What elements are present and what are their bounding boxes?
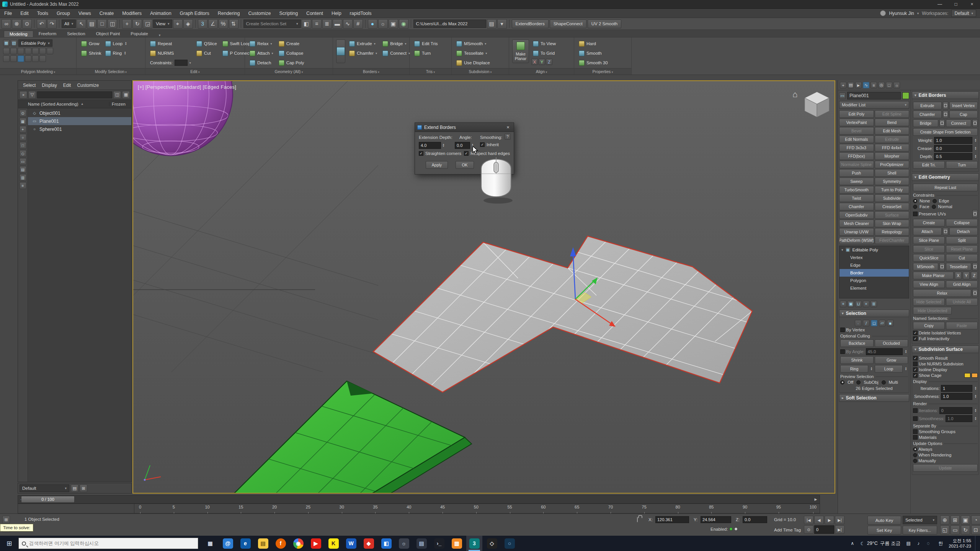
make-unique-icon[interactable]: ⊔ [855, 301, 862, 307]
rectangular-selection-region-icon[interactable]: □ [97, 19, 107, 29]
show-cage-checkbox[interactable] [913, 373, 918, 378]
name-column-header[interactable]: Name (Sorted Ascending)▲ [18, 102, 109, 106]
grid-align-button[interactable]: Grid Align [946, 280, 978, 288]
time-slider-handle[interactable]: 0 / 100 [21, 496, 75, 503]
ribbon-tab[interactable]: Modeling [4, 31, 33, 37]
render-smoothness-checkbox[interactable] [913, 416, 918, 421]
pin-stack-icon[interactable]: ⌖ [840, 301, 846, 307]
display-iterations-field[interactable]: 1 [941, 385, 972, 392]
menu-item[interactable]: Help [327, 11, 346, 16]
signed-in-user[interactable]: Hyunsuk Jin [889, 11, 914, 16]
editable-poly-dropdown[interactable]: Editable Poly▾ [18, 39, 52, 47]
turn-button[interactable]: Turn [946, 161, 978, 169]
scene-explorer-row[interactable]: ▭Plane001 [28, 117, 131, 125]
occluded-culling-button[interactable]: Occluded [875, 339, 908, 347]
polygon-subobject-icon[interactable]: ▱ [879, 320, 885, 326]
x-coordinate-field[interactable] [655, 516, 689, 523]
repeat-last-button[interactable]: Repeat Last [913, 184, 978, 191]
play-button[interactable]: ▶ [825, 516, 834, 524]
menu-item[interactable]: Tools [33, 11, 52, 16]
minimize-button[interactable]: — [932, 0, 948, 8]
enabled-green-dot[interactable] [729, 527, 733, 531]
next-frame-button[interactable]: ▶| [835, 516, 844, 524]
menu-item[interactable]: Create [95, 11, 118, 16]
loop-button[interactable]: Loop [105, 39, 123, 48]
script-button[interactable]: ShapeConnect [550, 20, 586, 28]
ribbon-subobject-icon[interactable] [18, 55, 24, 62]
modifier-button[interactable]: Skin Wrap [875, 220, 910, 227]
modifier-button[interactable]: Push [839, 169, 874, 177]
collapse-button[interactable]: Collapse [277, 49, 306, 57]
remove-modifier-icon[interactable]: × [863, 301, 869, 307]
named-selection-set-field[interactable]: Create Selection Set▾ [243, 20, 301, 28]
menu-item[interactable]: Edit [16, 11, 33, 16]
modifier-button[interactable]: Shell [875, 169, 910, 177]
scene-explorer-tool-icon[interactable]: ⊙ [20, 110, 26, 117]
taskbar-app-edge[interactable]: e [237, 536, 253, 551]
modifier-button[interactable]: Fillet/Chamfer [875, 236, 910, 244]
ribbon-subobject-icon[interactable] [10, 48, 17, 54]
smoothing-groups-checkbox[interactable] [913, 429, 918, 434]
collapse-button[interactable]: Collapse [946, 219, 978, 227]
dialog-help-button[interactable]: ? [505, 134, 511, 140]
modifier-button[interactable]: Retopology [875, 228, 910, 236]
time-slider[interactable]: ◀ 0 / 100 ▶ [18, 495, 820, 504]
spinner-snap-icon[interactable]: ⇅ [229, 19, 238, 29]
explorer-footer-list-icon[interactable]: ▤ [71, 484, 78, 492]
ring-button[interactable]: Ring [105, 49, 122, 57]
stack-subobject-item[interactable]: Element [840, 284, 909, 292]
ring-button[interactable]: Ring [840, 365, 868, 373]
percent-snap-icon[interactable]: % [219, 19, 228, 29]
ribbon-icon[interactable]: ▦ [3, 40, 10, 46]
ribbon-tab[interactable]: Populate [125, 31, 153, 37]
panel-label[interactable]: Borders [333, 68, 409, 75]
modifier-button[interactable]: Turn to Poly [875, 186, 910, 194]
preview-multi-radio[interactable] [882, 380, 886, 385]
extrude-button[interactable]: Extrude▾ [348, 39, 379, 48]
explorer-footer-add-icon[interactable]: ⊞ [80, 484, 87, 492]
menu-item[interactable]: Modifiers [118, 11, 146, 16]
taskbar-app-steam[interactable]: ○ [501, 536, 518, 551]
use-nurms-checkbox[interactable] [913, 362, 918, 366]
turn-button[interactable]: Turn [413, 49, 439, 57]
align-y-button[interactable]: Y [539, 59, 545, 65]
create-shape-button[interactable]: Create Shape From Selection [913, 128, 978, 136]
modifier-button[interactable]: Edit Normals [839, 135, 874, 143]
panel-plus-icon[interactable]: + [840, 82, 846, 88]
delete-isolated-vertices-checkbox[interactable] [913, 331, 918, 335]
taskbar-app-youtube[interactable]: ▶ [308, 536, 324, 551]
ribbon-subobject-icon[interactable] [39, 48, 46, 54]
detach-button[interactable]: Detach [248, 59, 275, 67]
cut-button[interactable]: Cut [946, 254, 978, 262]
attach-button[interactable]: Attach [913, 228, 942, 235]
constraint-normal-radio[interactable] [932, 205, 936, 209]
update-when-rendering-radio[interactable] [913, 453, 917, 457]
extrude-settings-icon[interactable] [943, 102, 948, 109]
planar-z-button[interactable]: Z [971, 272, 978, 279]
zoom-all-icon[interactable]: ⊞ [951, 515, 960, 525]
menu-item[interactable]: Graph Editors [176, 11, 214, 16]
scene-explorer-tool-icon[interactable]: ▤ [20, 166, 26, 173]
menu-item[interactable]: File [0, 11, 16, 16]
dialog-titlebar[interactable]: Extend Borders × [415, 123, 514, 132]
scene-explorer-tool-icon[interactable]: ◇ [20, 150, 26, 157]
loop-button[interactable]: Loop [875, 365, 903, 373]
modifier-button[interactable]: Symmetry [875, 178, 910, 185]
slice-button[interactable]: Slice [913, 245, 945, 253]
ribbon-subobject-icon[interactable] [47, 48, 53, 54]
preview-off-radio[interactable] [840, 380, 844, 385]
previous-frame-button[interactable]: ◀ [814, 516, 824, 524]
scene-explorer-tool-icon[interactable]: ▥ [20, 174, 26, 181]
go-to-end-button[interactable]: ▶| [835, 525, 844, 534]
mirror-icon[interactable]: ◧ [302, 19, 311, 29]
taskbar-app-settings[interactable]: ☼ [396, 536, 412, 551]
select-and-rotate-icon[interactable]: ↻ [132, 19, 142, 29]
taskbar-app-chrome[interactable]: ◉ [290, 536, 306, 551]
planar-y-button[interactable]: Y [963, 272, 970, 279]
tab-utilities[interactable]: ☼ [893, 82, 900, 88]
selection-rollout-header[interactable]: Selection [839, 310, 909, 317]
modifier-button[interactable]: Edit Mesh [875, 127, 910, 135]
reference-coordinate-dropdown[interactable]: View▾ [153, 20, 172, 28]
align-z-button[interactable]: Z [546, 59, 552, 65]
cage-selected-color-swatch[interactable] [972, 373, 978, 378]
